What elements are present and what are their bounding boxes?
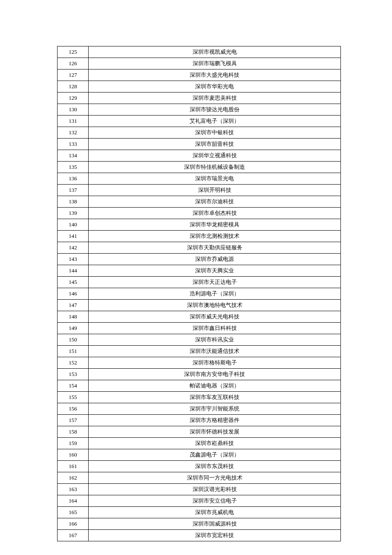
- table-row: 127深圳市大盛光电科技: [58, 69, 341, 81]
- row-number: 126: [58, 58, 89, 69]
- company-name: 深圳市北测检测技术: [89, 231, 341, 242]
- company-name: 深圳市视凯威光电: [89, 46, 341, 58]
- row-number: 150: [58, 334, 89, 346]
- table-row: 149深圳市鑫日科科技: [58, 323, 341, 334]
- company-name: 浩利源电子（深圳）: [89, 288, 341, 300]
- company-name: 深圳市国威源科技: [89, 518, 341, 530]
- company-name: 深圳市宽宏科技: [89, 530, 341, 541]
- company-name: 深圳市尔迪科技: [89, 196, 341, 208]
- row-number: 164: [58, 495, 89, 507]
- row-number: 153: [58, 369, 89, 380]
- company-name: 深圳汉谱光彩科技: [89, 484, 341, 495]
- company-name: 深圳市卓创杰科技: [89, 208, 341, 219]
- table-row: 153深圳市南方安华电子科技: [58, 369, 341, 380]
- company-name: 深圳市华彩光电: [89, 81, 341, 92]
- table-row: 130深圳市骏达光电股份: [58, 104, 341, 116]
- row-number: 163: [58, 484, 89, 495]
- row-number: 159: [58, 438, 89, 449]
- table-row: 142深圳市天勤供应链服务: [58, 242, 341, 254]
- row-number: 155: [58, 392, 89, 403]
- row-number: 127: [58, 69, 89, 81]
- company-name: 深圳市天勤供应链服务: [89, 242, 341, 254]
- company-name: 深圳市骏达光电股份: [89, 104, 341, 116]
- row-number: 144: [58, 265, 89, 277]
- company-name: 深圳市特佳机械设备制造: [89, 162, 341, 173]
- document-page: 125深圳市视凯威光电126深圳市瑞鹏飞模具127深圳市大盛光电科技128深圳市…: [0, 0, 392, 555]
- table-row: 150深圳市科讯实业: [58, 334, 341, 346]
- table-row: 147深圳市澳地特电气技术: [58, 300, 341, 311]
- company-name: 深圳市天腾实业: [89, 265, 341, 277]
- company-name: 深圳市怀德科技发展: [89, 426, 341, 438]
- company-name: 深圳市沃能通信技术: [89, 346, 341, 357]
- company-name: 深圳华立视通科技: [89, 150, 341, 162]
- company-name: 深圳市鑫日科科技: [89, 323, 341, 334]
- table-body: 125深圳市视凯威光电126深圳市瑞鹏飞模具127深圳市大盛光电科技128深圳市…: [58, 46, 341, 541]
- company-name: 深圳市兆威机电: [89, 507, 341, 518]
- table-row: 152深圳市格特斯电子: [58, 357, 341, 369]
- company-name: 深圳市同一方光电技术: [89, 472, 341, 484]
- table-row: 155深圳市车友互联科技: [58, 392, 341, 403]
- row-number: 130: [58, 104, 89, 116]
- company-name: 茂鑫源电子（深圳）: [89, 449, 341, 461]
- row-number: 149: [58, 323, 89, 334]
- table-row: 129深圳市麦思美科技: [58, 92, 341, 104]
- row-number: 135: [58, 162, 89, 173]
- table-row: 125深圳市视凯威光电: [58, 46, 341, 58]
- table-row: 148深圳市威天光电科技: [58, 311, 341, 323]
- company-name: 深圳市科讯实业: [89, 334, 341, 346]
- table-row: 157深圳市方格精密器件: [58, 415, 341, 426]
- table-row: 144深圳市天腾实业: [58, 265, 341, 277]
- company-name: 深圳市方格精密器件: [89, 415, 341, 426]
- row-number: 166: [58, 518, 89, 530]
- company-name: 艾礼富电子（深圳）: [89, 116, 341, 127]
- company-name: 深圳市华龙精密模具: [89, 219, 341, 231]
- company-name: 深圳市中银科技: [89, 127, 341, 139]
- company-name: 深圳市瑞鹏飞模具: [89, 58, 341, 69]
- company-name: 深圳市大盛光电科技: [89, 69, 341, 81]
- table-row: 163深圳汉谱光彩科技: [58, 484, 341, 495]
- row-number: 147: [58, 300, 89, 311]
- company-name: 深圳市安立信电子: [89, 495, 341, 507]
- table-row: 139深圳市卓创杰科技: [58, 208, 341, 219]
- company-name: 帕诺迪电器（深圳）: [89, 380, 341, 392]
- row-number: 156: [58, 403, 89, 415]
- row-number: 132: [58, 127, 89, 139]
- row-number: 133: [58, 139, 89, 150]
- row-number: 148: [58, 311, 89, 323]
- row-number: 160: [58, 449, 89, 461]
- company-name: 深圳市格特斯电子: [89, 357, 341, 369]
- table-row: 138深圳市尔迪科技: [58, 196, 341, 208]
- table-row: 135深圳市特佳机械设备制造: [58, 162, 341, 173]
- company-name: 深圳市崧鼎科技: [89, 438, 341, 449]
- company-name: 深圳市澳地特电气技术: [89, 300, 341, 311]
- table-row: 145深圳市天正达电子: [58, 277, 341, 288]
- row-number: 143: [58, 254, 89, 265]
- table-row: 154帕诺迪电器（深圳）: [58, 380, 341, 392]
- row-number: 140: [58, 219, 89, 231]
- table-row: 140深圳市华龙精密模具: [58, 219, 341, 231]
- table-row: 128深圳市华彩光电: [58, 81, 341, 92]
- company-name: 深圳市天正达电子: [89, 277, 341, 288]
- company-name: 深圳市乔威电源: [89, 254, 341, 265]
- row-number: 162: [58, 472, 89, 484]
- row-number: 139: [58, 208, 89, 219]
- row-number: 128: [58, 81, 89, 92]
- table-row: 141深圳市北测检测技术: [58, 231, 341, 242]
- row-number: 146: [58, 288, 89, 300]
- row-number: 158: [58, 426, 89, 438]
- table-row: 159深圳市崧鼎科技: [58, 438, 341, 449]
- row-number: 145: [58, 277, 89, 288]
- table-row: 164深圳市安立信电子: [58, 495, 341, 507]
- row-number: 134: [58, 150, 89, 162]
- table-row: 131艾礼富电子（深圳）: [58, 116, 341, 127]
- table-row: 156深圳市宇川智能系统: [58, 403, 341, 415]
- table-row: 126深圳市瑞鹏飞模具: [58, 58, 341, 69]
- row-number: 137: [58, 185, 89, 196]
- row-number: 138: [58, 196, 89, 208]
- table-row: 165深圳市兆威机电: [58, 507, 341, 518]
- row-number: 152: [58, 357, 89, 369]
- company-name: 深圳市麦思美科技: [89, 92, 341, 104]
- row-number: 142: [58, 242, 89, 254]
- row-number: 165: [58, 507, 89, 518]
- company-name: 深圳市东茂科技: [89, 461, 341, 472]
